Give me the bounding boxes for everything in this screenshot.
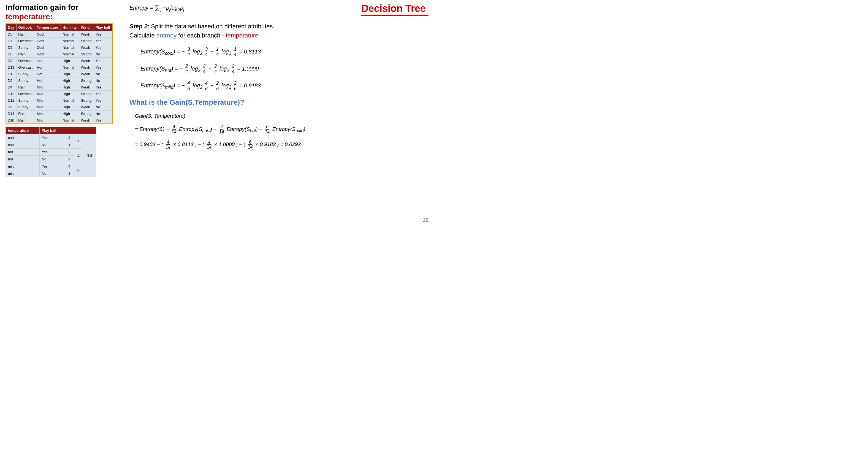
cell-wind: Strong bbox=[79, 97, 94, 104]
cell-humidity: High bbox=[61, 111, 79, 117]
cell-sum-count: 2 bbox=[65, 156, 74, 163]
cell-day: D11 bbox=[6, 97, 17, 104]
summary-row: hot Yes 2 4 bbox=[6, 148, 96, 156]
cell-outlook: Overcast bbox=[17, 64, 35, 71]
cell-play: No bbox=[94, 71, 113, 78]
cell-day: D3 bbox=[6, 58, 17, 64]
cell-play: No bbox=[94, 51, 113, 58]
cell-sum-play: Yes bbox=[39, 134, 65, 141]
cell-day: D7 bbox=[6, 38, 17, 45]
table-row: D7 Overcast Cool Normal Strong Yes bbox=[6, 38, 113, 45]
cell-humidity: High bbox=[61, 58, 79, 64]
table-row: D1 Sunny Hot High Weak No bbox=[6, 71, 113, 78]
cell-humidity: High bbox=[61, 84, 79, 91]
cell-play: Yes bbox=[94, 38, 113, 45]
cell-humidity: Normal bbox=[61, 31, 79, 38]
cell-day: D2 bbox=[6, 78, 17, 84]
cell-humidity: Normal bbox=[61, 117, 79, 124]
cell-sum-play: Yes bbox=[39, 163, 65, 170]
cell-outlook: Overcast bbox=[17, 38, 35, 45]
cell-sum-play: No bbox=[39, 141, 65, 148]
cell-temp: Hot bbox=[35, 78, 61, 84]
entropy-formula-display: Entropy = ∑ j −pjlog2pj bbox=[129, 3, 184, 12]
cell-sum-temp: cool bbox=[6, 134, 40, 141]
cell-sum-count: 1 bbox=[65, 141, 74, 148]
cell-outlook: Rain bbox=[17, 111, 35, 117]
table-row: D9 Sunny Cool Normal Weak Yes bbox=[6, 45, 113, 51]
cell-day: D1 bbox=[6, 71, 17, 78]
cell-sum-play: Yes bbox=[39, 148, 65, 156]
cell-wind: Strong bbox=[79, 38, 94, 45]
table-row: D8 Sunny Mild High Weak No bbox=[6, 104, 113, 111]
cell-wind: Weak bbox=[79, 64, 94, 71]
table-header-row: Day Outlook Temperature Humility Wind Pl… bbox=[6, 24, 113, 31]
step2-temperature-word: temperature bbox=[226, 32, 258, 39]
summary-table: temperature Play ball cool Yes 3 4 14 co… bbox=[5, 127, 96, 177]
cell-day: D6 bbox=[6, 51, 17, 58]
cell-play: No bbox=[94, 104, 113, 111]
table-row: D14 Rain Mild High Strong No bbox=[6, 111, 113, 117]
cell-play: No bbox=[94, 78, 113, 84]
cell-humidity: High bbox=[61, 71, 79, 78]
gain-formula-line2: = 0.9403 − ( 414 × 0.8113 ) − ( 414 × 1.… bbox=[135, 138, 429, 151]
cell-sum-play: No bbox=[39, 170, 65, 177]
cell-wind: Strong bbox=[79, 51, 94, 58]
cell-sum-count: 2 bbox=[65, 148, 74, 156]
cell-play: Yes bbox=[94, 91, 113, 97]
table-row: D2 Sunny Hot High Strong No bbox=[6, 78, 113, 84]
table-row: D6 Rain Cool Normal Strong No bbox=[6, 51, 113, 58]
cell-sum-play: No bbox=[39, 156, 65, 163]
cell-play: No bbox=[94, 111, 113, 117]
cell-temp: Cool bbox=[35, 45, 61, 51]
cell-play: Yes bbox=[94, 97, 113, 104]
sum-col-play: Play ball bbox=[39, 127, 65, 134]
cell-outlook: Sunny bbox=[17, 71, 35, 78]
cell-wind: Strong bbox=[79, 111, 94, 117]
sum-col-count bbox=[65, 127, 74, 134]
cell-temp: Mild bbox=[35, 97, 61, 104]
cell-sum-count: 4 bbox=[65, 163, 74, 170]
cell-day: D5 bbox=[6, 31, 17, 38]
cell-temp: Hot bbox=[35, 64, 61, 71]
entropy-formulas: Entropy(Scool) = − 34 log2 34 − 14 log2 … bbox=[141, 46, 429, 93]
title-colon: : bbox=[50, 12, 53, 21]
gain-formula-label: Gain(S, Temperature) bbox=[135, 109, 429, 123]
cell-outlook: Sunny bbox=[17, 97, 35, 104]
page-title: Information gain for temperature: bbox=[5, 3, 121, 21]
cell-play: Yes bbox=[94, 58, 113, 64]
cell-wind: Weak bbox=[79, 71, 94, 78]
step2-text1: : Split the data set based on different … bbox=[148, 23, 275, 30]
cell-sum-temp: cool bbox=[6, 141, 40, 148]
cell-grand-total: 14 bbox=[83, 134, 96, 177]
cell-wind: Strong bbox=[79, 91, 94, 97]
cell-day: D10 bbox=[6, 117, 17, 124]
cell-subtotal: 6 bbox=[74, 163, 83, 177]
cell-temp: Mild bbox=[35, 84, 61, 91]
table-row: D5 Rain Cool Normal Weak Yes bbox=[6, 31, 113, 38]
cell-temp: Mild bbox=[35, 104, 61, 111]
cell-temp: Mild bbox=[35, 117, 61, 124]
table-row: D4 Rain Mild High Weak Yes bbox=[6, 84, 113, 91]
cell-day: D4 bbox=[6, 84, 17, 91]
summary-row: mild Yes 4 6 bbox=[6, 163, 96, 170]
col-wind: Wind bbox=[79, 24, 94, 31]
cell-temp: Hot bbox=[35, 58, 61, 64]
cell-temp: Cool bbox=[35, 51, 61, 58]
cell-outlook: Rain bbox=[17, 51, 35, 58]
entropy-hot-formula: Entropy(Shot) = − 24 log2 24 − 24 log2 2… bbox=[141, 62, 429, 76]
right-panel: Entropy = ∑ j −pjlog2pj Decision Tree St… bbox=[124, 3, 429, 223]
summary-row: cool Yes 3 4 14 bbox=[6, 134, 96, 141]
cell-temp: Hot bbox=[35, 71, 61, 78]
title-prefix: Information gain for bbox=[5, 3, 78, 11]
cell-humidity: High bbox=[61, 104, 79, 111]
sum-col-total bbox=[83, 127, 96, 134]
data-table: Day Outlook Temperature Humility Wind Pl… bbox=[5, 23, 113, 124]
cell-humidity: Normal bbox=[61, 97, 79, 104]
cell-outlook: Rain bbox=[17, 31, 35, 38]
cell-temp: Mild bbox=[35, 111, 61, 117]
cell-day: D12 bbox=[6, 91, 17, 97]
cell-subtotal: 4 bbox=[74, 134, 83, 148]
cell-humidity: Normal bbox=[61, 51, 79, 58]
step2-text: Step 2: Split the data set based on diff… bbox=[129, 22, 429, 40]
cell-sum-temp: mild bbox=[6, 170, 40, 177]
